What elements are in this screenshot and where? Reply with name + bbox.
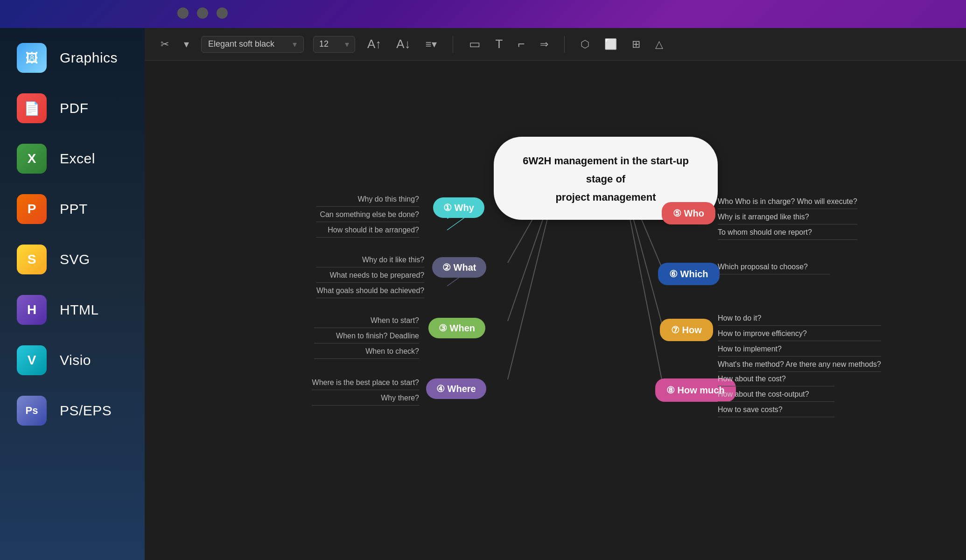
- font-size-dropdown-icon: ▾: [345, 39, 349, 49]
- sidebar-label-graphics: Graphics: [60, 50, 118, 66]
- sidebar-icon-html: H: [17, 295, 47, 325]
- what-leaves: Why do it like this? What needs to be pr…: [316, 256, 424, 298]
- align-button[interactable]: ≡▾: [423, 35, 440, 53]
- decrease-font-button[interactable]: A↓: [393, 34, 413, 54]
- sidebar-label-ppt: PPT: [60, 201, 88, 217]
- node-howmuch-label: ⑧ How much: [666, 385, 725, 395]
- what-leaf-1: Why do it like this?: [316, 256, 424, 267]
- why-leaf-1: Why do this thing?: [316, 195, 419, 207]
- node-why: ① Why: [433, 197, 484, 218]
- howmuch-sub-3: How to save costs?: [718, 406, 834, 417]
- cut-button[interactable]: ✂: [158, 35, 172, 53]
- sidebar-item-ppt[interactable]: P PPT: [0, 184, 145, 234]
- mindmap-wrapper: 6W2H management in the start-up stage of…: [307, 109, 960, 529]
- where-leaf-1: Where is the best place to start?: [312, 378, 419, 390]
- node-how-label: ⑦ How: [671, 325, 702, 335]
- mindmap-title: 6W2H management in the start-up stage of…: [523, 155, 689, 203]
- node-why-label: ① Why: [443, 203, 474, 213]
- sidebar-label-html: HTML: [60, 302, 99, 318]
- top-bar: [0, 0, 966, 28]
- sidebar-item-visio[interactable]: V Visio: [0, 335, 145, 385]
- sidebar-item-graphics[interactable]: 🖼 Graphics: [0, 33, 145, 83]
- node-which-label: ⑥ Which: [669, 269, 708, 279]
- text-button[interactable]: T: [493, 34, 506, 54]
- when-leaf-3: When to check?: [314, 347, 419, 359]
- when-leaves: When to start? When to finish? Deadline …: [314, 316, 419, 359]
- sidebar-icon-graphics: 🖼: [17, 43, 47, 73]
- sidebar-icon-pdf: 📄: [17, 93, 47, 123]
- dropdown-arrow[interactable]: ▾: [181, 35, 192, 53]
- when-leaf-2: When to finish? Deadline: [314, 332, 419, 343]
- mindmap: 6W2H management in the start-up stage of…: [307, 109, 960, 529]
- who-sub-1: Who Who is in charge? Who will execute?: [718, 197, 857, 209]
- why-leaves: Why do this thing? Can something else be…: [316, 195, 419, 238]
- shape-button[interactable]: ▭: [466, 34, 483, 54]
- sidebar-item-svg[interactable]: S SVG: [0, 234, 145, 285]
- node-where: ④ Where: [426, 378, 486, 399]
- what-leaf-3: What goals should be achieved?: [316, 287, 424, 298]
- window-btn-max[interactable]: [217, 7, 228, 19]
- waypoint-button[interactable]: △: [652, 35, 666, 53]
- node-when: ③ When: [428, 318, 485, 338]
- node-which: ⑥ Which: [658, 263, 720, 285]
- font-size-value: 12: [319, 39, 329, 49]
- sidebar-item-html[interactable]: H HTML: [0, 285, 145, 335]
- sidebar: 🖼 Graphics 📄 PDF X Excel P PPT S SVG: [0, 0, 145, 560]
- how-sub-4: What's the method? Are there any new met…: [718, 360, 881, 372]
- divider-2: [564, 36, 565, 53]
- what-leaf-2: What needs to be prepared?: [316, 271, 424, 283]
- how-sub-3: How to implement?: [718, 345, 881, 357]
- why-leaf-2: Can something else be done?: [316, 210, 419, 222]
- node-when-label: ③ When: [439, 323, 475, 333]
- font-name-label: Elegant soft black: [208, 39, 274, 49]
- arrow-button[interactable]: ⇒: [537, 35, 551, 53]
- frame-button[interactable]: ⬜: [602, 35, 620, 53]
- sidebar-label-visio: Visio: [60, 352, 91, 368]
- sidebar-icon-excel: X: [17, 144, 47, 174]
- how-sub-1: How to do it?: [718, 314, 881, 326]
- align-distribute[interactable]: ⊞: [629, 35, 643, 53]
- sidebar-item-pdf[interactable]: 📄 PDF: [0, 83, 145, 133]
- how-subitems: How to do it? How to improve efficiency?…: [718, 314, 881, 372]
- node-who-label: ⑤ Who: [673, 208, 704, 218]
- howmuch-sub-1: How about the cost?: [718, 375, 834, 386]
- font-size-selector[interactable]: 12 ▾: [313, 36, 355, 53]
- sidebar-icon-visio: V: [17, 345, 47, 375]
- window-btn-min[interactable]: [197, 7, 208, 19]
- connector-button[interactable]: ⌐: [515, 34, 527, 54]
- where-leaf-2: Why there?: [312, 394, 419, 406]
- who-subitems: Who Who is in charge? Who will execute? …: [718, 197, 857, 240]
- toolbar: ✂ ▾ Elegant soft black ▾ 12 ▾ A↑ A↓ ≡▾ ▭…: [145, 28, 966, 61]
- who-sub-2: Why is it arranged like this?: [718, 213, 857, 224]
- when-leaf-1: When to start?: [314, 316, 419, 328]
- increase-font-button[interactable]: A↑: [364, 34, 384, 54]
- where-leaves: Where is the best place to start? Why th…: [312, 378, 419, 406]
- main-area: ✂ ▾ Elegant soft black ▾ 12 ▾ A↑ A↓ ≡▾ ▭…: [145, 28, 966, 560]
- canvas: 6W2H management in the start-up stage of…: [145, 61, 966, 560]
- window-controls: [177, 7, 228, 19]
- sidebar-label-pdf: PDF: [60, 100, 89, 116]
- sidebar-item-excel[interactable]: X Excel: [0, 133, 145, 184]
- which-sub-1: Which proposal to choose?: [718, 263, 830, 274]
- node-how: ⑦ How: [660, 319, 713, 341]
- why-leaf-3: How should it be arranged?: [316, 226, 419, 238]
- layer-button[interactable]: ⬡: [578, 35, 592, 53]
- node-where-label: ④ Where: [436, 384, 476, 394]
- window-btn-close[interactable]: [177, 7, 189, 19]
- how-sub-2: How to improve efficiency?: [718, 329, 881, 341]
- sidebar-label-pseps: PS/EPS: [60, 403, 112, 419]
- which-subitems: Which proposal to choose?: [718, 263, 830, 274]
- divider-1: [453, 36, 453, 53]
- node-what: ② What: [432, 257, 486, 278]
- sidebar-icon-ppt: P: [17, 194, 47, 224]
- sidebar-label-svg: SVG: [60, 252, 90, 267]
- font-selector[interactable]: Elegant soft black ▾: [201, 36, 304, 53]
- sidebar-item-pseps[interactable]: Ps PS/EPS: [0, 385, 145, 436]
- node-who: ⑤ Who: [662, 202, 715, 224]
- sidebar-label-excel: Excel: [60, 151, 95, 167]
- sidebar-icon-svg: S: [17, 245, 47, 274]
- font-dropdown-icon: ▾: [293, 39, 297, 49]
- sidebar-icon-pseps: Ps: [17, 396, 47, 426]
- who-sub-3: To whom should one report?: [718, 228, 857, 240]
- node-what-label: ② What: [442, 262, 476, 273]
